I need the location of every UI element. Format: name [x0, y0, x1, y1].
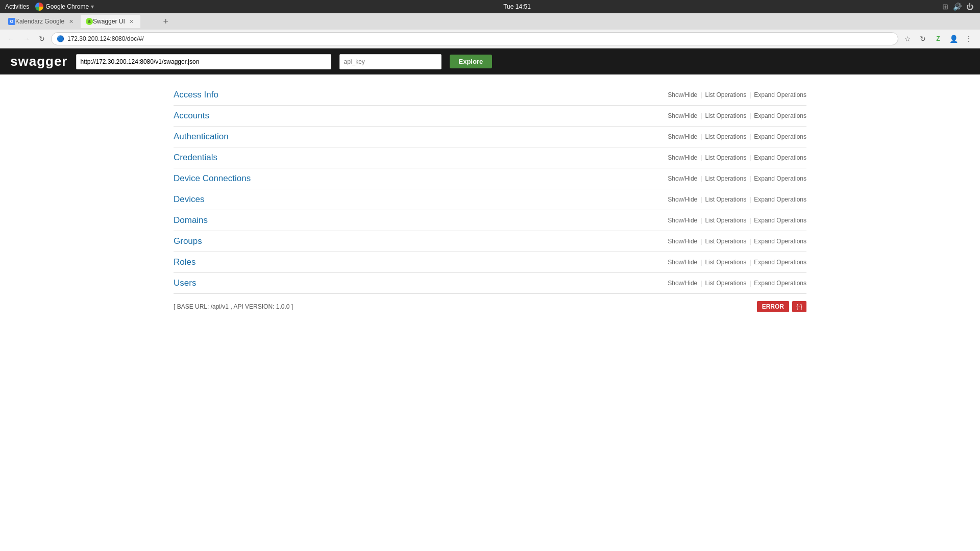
api-section-name-domains[interactable]: Domains — [174, 215, 208, 226]
separator-1: | — [700, 91, 702, 98]
api-section-users: UsersShow/Hide|List Operations|Expand Op… — [174, 273, 806, 294]
separator-1: | — [700, 154, 702, 161]
expand-operations-link[interactable]: Expand Operations — [754, 112, 806, 119]
swagger-content: Access InfoShow/Hide|List Operations|Exp… — [0, 74, 980, 325]
list-operations-link[interactable]: List Operations — [705, 280, 746, 287]
separator-1: | — [700, 196, 702, 203]
forward-button[interactable]: → — [20, 33, 33, 45]
list-operations-link[interactable]: List Operations — [705, 154, 746, 161]
expand-operations-link[interactable]: Expand Operations — [754, 280, 806, 287]
refresh-cache-button[interactable]: ↻ — [917, 33, 929, 45]
expand-operations-link[interactable]: Expand Operations — [754, 238, 806, 245]
os-clock: Tue 14:51 — [503, 3, 531, 10]
list-operations-link[interactable]: List Operations — [705, 196, 746, 203]
show-hide-link[interactable]: Show/Hide — [668, 280, 697, 287]
api-section-name-users[interactable]: Users — [174, 278, 196, 288]
expand-operations-link[interactable]: Expand Operations — [754, 154, 806, 161]
security-icon: 🔵 — [57, 35, 64, 42]
api-section-actions: Show/Hide|List Operations|Expand Operati… — [668, 175, 806, 182]
url-display: 172.30.200.124:8080/doc/#/ — [67, 35, 143, 42]
separator-2: | — [749, 112, 751, 119]
api-section-actions: Show/Hide|List Operations|Expand Operati… — [668, 217, 806, 224]
list-operations-link[interactable]: List Operations — [705, 133, 746, 140]
swagger-apikey-input[interactable] — [339, 54, 442, 69]
tab-google-close[interactable]: ✕ — [67, 18, 75, 25]
separator-2: | — [749, 175, 751, 182]
address-bar: ← → ↻ 🔵 172.30.200.124:8080/doc/#/ ☆ ↻ Z… — [0, 30, 980, 48]
list-operations-link[interactable]: List Operations — [705, 259, 746, 266]
browser-chrome: G Kalendarz Google ✕ S Swagger UI ✕ + ← … — [0, 13, 980, 48]
api-section-actions: Show/Hide|List Operations|Expand Operati… — [668, 259, 806, 266]
show-hide-link[interactable]: Show/Hide — [668, 91, 697, 98]
expand-operations-link[interactable]: Expand Operations — [754, 133, 806, 140]
separator-2: | — [749, 91, 751, 98]
separator-2: | — [749, 196, 751, 203]
show-hide-link[interactable]: Show/Hide — [668, 175, 697, 182]
expand-operations-link[interactable]: Expand Operations — [754, 259, 806, 266]
show-hide-link[interactable]: Show/Hide — [668, 259, 697, 266]
show-hide-link[interactable]: Show/Hide — [668, 217, 697, 224]
expand-operations-link[interactable]: Expand Operations — [754, 175, 806, 182]
list-operations-link[interactable]: List Operations — [705, 175, 746, 182]
expand-operations-link[interactable]: Expand Operations — [754, 196, 806, 203]
chrome-menu-arrow[interactable]: ▾ — [91, 3, 94, 10]
separator-1: | — [700, 259, 702, 266]
separator-1: | — [700, 238, 702, 245]
list-operations-link[interactable]: List Operations — [705, 238, 746, 245]
separator-2: | — [749, 280, 751, 287]
api-section-name-accounts[interactable]: Accounts — [174, 111, 209, 121]
show-hide-link[interactable]: Show/Hide — [668, 154, 697, 161]
new-tab-button[interactable]: + — [159, 15, 173, 28]
activities-button[interactable]: Activities — [5, 3, 29, 10]
reload-button[interactable]: ↻ — [36, 33, 48, 45]
show-hide-link[interactable]: Show/Hide — [668, 133, 697, 140]
tab-swagger-ui[interactable]: S Swagger UI ✕ — [81, 15, 140, 28]
list-operations-link[interactable]: List Operations — [705, 91, 746, 98]
chrome-name-label[interactable]: Google Chrome — [45, 3, 89, 10]
error-button[interactable]: ERROR — [757, 301, 789, 312]
separator-1: | — [700, 280, 702, 287]
api-section-name-device-connections[interactable]: Device Connections — [174, 173, 251, 184]
tab-google-calendar[interactable]: G Kalendarz Google ✕ — [3, 15, 80, 28]
api-section-device-connections: Device ConnectionsShow/Hide|List Operati… — [174, 168, 806, 189]
chrome-logo-icon — [35, 3, 43, 11]
tab-google-label: Kalendarz Google — [15, 18, 64, 25]
user-account-button[interactable]: 👤 — [947, 33, 960, 45]
show-hide-link[interactable]: Show/Hide — [668, 238, 697, 245]
api-section-credentials: CredentialsShow/Hide|List Operations|Exp… — [174, 147, 806, 168]
separator-1: | — [700, 217, 702, 224]
base-url-bar: [ BASE URL: /api/v1 , API VERSION: 1.0.0… — [174, 294, 806, 315]
api-section-name-authentication[interactable]: Authentication — [174, 132, 229, 142]
back-button[interactable]: ← — [5, 33, 17, 45]
api-section-name-devices[interactable]: Devices — [174, 194, 204, 205]
api-section-name-groups[interactable]: Groups — [174, 236, 202, 246]
api-section-name-credentials[interactable]: Credentials — [174, 153, 217, 163]
system-tray: ⊞ 🔊 ⏻ — [940, 2, 975, 12]
list-operations-link[interactable]: List Operations — [705, 112, 746, 119]
bookmark-button[interactable]: ☆ — [901, 33, 914, 45]
tab-swagger-label: Swagger UI — [93, 18, 125, 25]
explore-button[interactable]: Explore — [450, 55, 493, 68]
list-operations-link[interactable]: List Operations — [705, 217, 746, 224]
extensions-button[interactable]: Z — [932, 33, 944, 45]
json-button[interactable]: {-} — [792, 301, 806, 312]
tab-swagger-close[interactable]: ✕ — [128, 18, 135, 25]
expand-operations-link[interactable]: Expand Operations — [754, 217, 806, 224]
base-url-actions: ERROR {-} — [757, 301, 806, 312]
api-section-actions: Show/Hide|List Operations|Expand Operati… — [668, 133, 806, 140]
menu-button[interactable]: ⋮ — [963, 33, 975, 45]
api-sections-list: Access InfoShow/Hide|List Operations|Exp… — [174, 85, 806, 294]
os-topbar: Activities Google Chrome ▾ Tue 14:51 ⊞ 🔊… — [0, 0, 980, 13]
show-hide-link[interactable]: Show/Hide — [668, 196, 697, 203]
api-section-name-roles[interactable]: Roles — [174, 257, 195, 267]
api-section-name-access-info[interactable]: Access Info — [174, 90, 218, 100]
separator-2: | — [749, 133, 751, 140]
url-input-box[interactable]: 🔵 172.30.200.124:8080/doc/#/ — [51, 32, 898, 45]
separator-2: | — [749, 259, 751, 266]
expand-operations-link[interactable]: Expand Operations — [754, 91, 806, 98]
show-hide-link[interactable]: Show/Hide — [668, 112, 697, 119]
api-section-actions: Show/Hide|List Operations|Expand Operati… — [668, 154, 806, 161]
swagger-url-input[interactable] — [76, 54, 331, 69]
swagger-tab-icon: S — [86, 18, 93, 25]
api-section-actions: Show/Hide|List Operations|Expand Operati… — [668, 112, 806, 119]
